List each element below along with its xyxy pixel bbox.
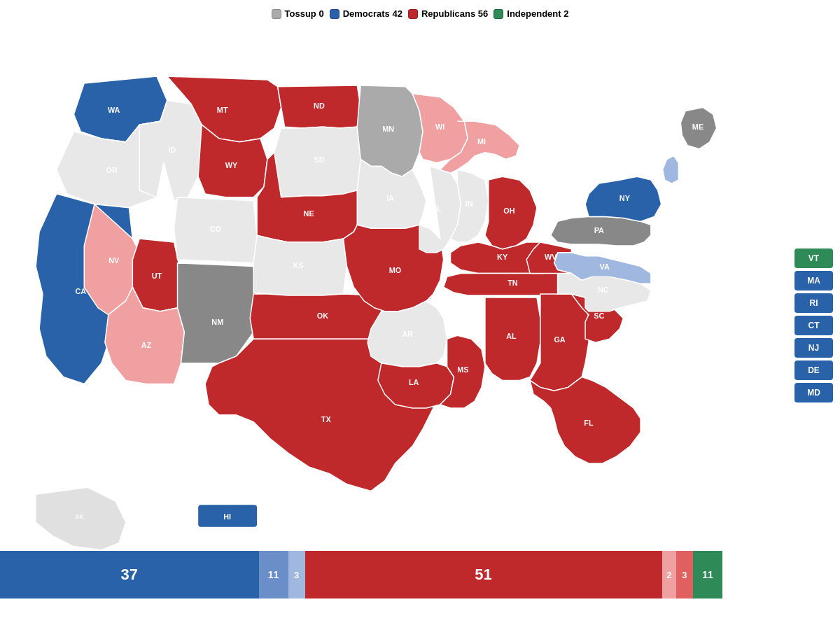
small-state-de[interactable]: DE — [794, 360, 833, 380]
dem-lean-bar: 3 — [288, 551, 305, 598]
rep-likely-bar: 3 — [676, 551, 693, 598]
dem-lean-count: 3 — [294, 570, 299, 580]
state-ut[interactable] — [132, 239, 181, 312]
rep-lean-count: 2 — [666, 570, 671, 580]
map-container: WA OR CA NV ID MT WY UT CO AZ NM ND — [0, 24, 840, 598]
state-nd[interactable] — [278, 85, 360, 128]
state-al[interactable] — [485, 298, 540, 380]
state-co[interactable] — [174, 197, 257, 263]
us-map: WA OR CA NV ID MT WY UT CO AZ NM ND — [0, 24, 742, 570]
ind-count: 11 — [702, 569, 713, 580]
rep-color — [408, 9, 418, 19]
small-state-md[interactable]: MD — [794, 383, 833, 402]
rep-solid-bar: 51 — [305, 551, 662, 598]
legend-republicans: Republicans 56 — [408, 8, 488, 19]
dem-color — [330, 9, 340, 19]
dem-solid-bar: 37 — [0, 551, 259, 598]
state-sd[interactable] — [274, 127, 360, 197]
small-state-vt[interactable]: VT — [794, 248, 833, 268]
legend-independent: Independent 2 — [493, 8, 568, 19]
ind-color — [493, 9, 503, 19]
small-state-ri[interactable]: RI — [794, 293, 833, 313]
ind-label: Independent 2 — [507, 8, 568, 19]
state-hi[interactable] — [198, 505, 257, 527]
state-ks[interactable] — [253, 235, 346, 295]
legend-democrats: Democrats 42 — [330, 8, 402, 19]
dem-label: Democrats 42 — [343, 8, 402, 19]
dem-solid-count: 37 — [121, 566, 138, 584]
tossup-color — [272, 9, 281, 19]
map-legend: Tossup 0 Democrats 42 Republicans 56 Ind… — [0, 0, 840, 24]
legend-tossup: Tossup 0 — [272, 8, 324, 19]
ind-bar: 11 — [693, 551, 722, 598]
small-state-ct[interactable]: CT — [794, 316, 833, 335]
results-bar: 37 11 3 51 2 3 11 — [0, 551, 840, 598]
dem-likely-count: 11 — [268, 569, 279, 580]
small-state-nj[interactable]: NJ — [794, 338, 833, 358]
small-state-ma[interactable]: MA — [794, 271, 833, 290]
rep-lean-bar: 2 — [662, 551, 676, 598]
small-states-panel: VT MA RI CT NJ DE MD — [794, 248, 833, 402]
rep-label: Republicans 56 — [421, 8, 488, 19]
dem-likely-bar: 11 — [259, 551, 288, 598]
rep-likely-count: 3 — [682, 570, 687, 580]
state-mn[interactable] — [357, 85, 423, 176]
tossup-label: Tossup 0 — [285, 8, 324, 19]
rep-solid-count: 51 — [475, 566, 491, 584]
